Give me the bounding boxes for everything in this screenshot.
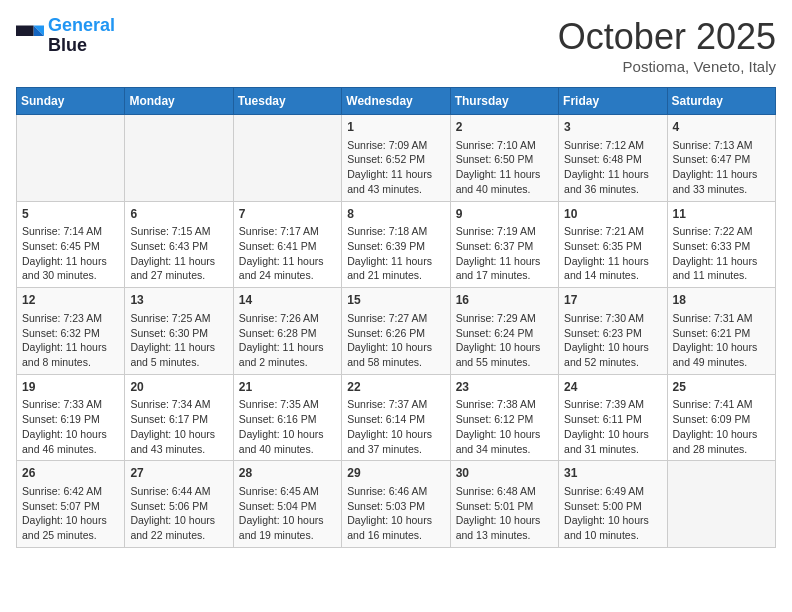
calendar-cell: 20Sunrise: 7:34 AMSunset: 6:17 PMDayligh… xyxy=(125,374,233,461)
day-info: Daylight: 10 hours and 37 minutes. xyxy=(347,427,444,456)
day-info: Sunset: 6:14 PM xyxy=(347,412,444,427)
day-info: Sunrise: 6:42 AM xyxy=(22,484,119,499)
day-number: 10 xyxy=(564,206,661,223)
day-info: Daylight: 11 hours and 36 minutes. xyxy=(564,167,661,196)
day-info: Sunset: 6:41 PM xyxy=(239,239,336,254)
dow-header: Saturday xyxy=(667,88,775,115)
day-info: Sunrise: 7:13 AM xyxy=(673,138,770,153)
day-info: Sunrise: 7:18 AM xyxy=(347,224,444,239)
calendar-cell: 11Sunrise: 7:22 AMSunset: 6:33 PMDayligh… xyxy=(667,201,775,288)
day-info: Sunset: 6:50 PM xyxy=(456,152,553,167)
day-info: Daylight: 10 hours and 19 minutes. xyxy=(239,513,336,542)
calendar-cell: 6Sunrise: 7:15 AMSunset: 6:43 PMDaylight… xyxy=(125,201,233,288)
day-info: Sunrise: 7:15 AM xyxy=(130,224,227,239)
day-number: 26 xyxy=(22,465,119,482)
day-info: Daylight: 10 hours and 40 minutes. xyxy=(239,427,336,456)
day-info: Sunrise: 7:37 AM xyxy=(347,397,444,412)
day-info: Sunrise: 7:25 AM xyxy=(130,311,227,326)
calendar-cell: 1Sunrise: 7:09 AMSunset: 6:52 PMDaylight… xyxy=(342,115,450,202)
dow-header: Monday xyxy=(125,88,233,115)
calendar-cell: 9Sunrise: 7:19 AMSunset: 6:37 PMDaylight… xyxy=(450,201,558,288)
day-info: Sunset: 5:04 PM xyxy=(239,499,336,514)
day-info: Sunset: 6:48 PM xyxy=(564,152,661,167)
location-subtitle: Postioma, Veneto, Italy xyxy=(558,58,776,75)
day-info: Daylight: 10 hours and 31 minutes. xyxy=(564,427,661,456)
day-number: 22 xyxy=(347,379,444,396)
logo: General Blue xyxy=(16,16,115,56)
day-info: Sunrise: 7:38 AM xyxy=(456,397,553,412)
day-info: Sunset: 6:24 PM xyxy=(456,326,553,341)
calendar-week-row: 26Sunrise: 6:42 AMSunset: 5:07 PMDayligh… xyxy=(17,461,776,548)
dow-header: Friday xyxy=(559,88,667,115)
day-number: 25 xyxy=(673,379,770,396)
day-info: Sunset: 6:19 PM xyxy=(22,412,119,427)
day-info: Sunrise: 7:33 AM xyxy=(22,397,119,412)
day-info: Daylight: 11 hours and 8 minutes. xyxy=(22,340,119,369)
day-info: Sunrise: 7:09 AM xyxy=(347,138,444,153)
day-info: Daylight: 10 hours and 13 minutes. xyxy=(456,513,553,542)
day-number: 4 xyxy=(673,119,770,136)
day-number: 9 xyxy=(456,206,553,223)
day-number: 17 xyxy=(564,292,661,309)
day-info: Daylight: 10 hours and 52 minutes. xyxy=(564,340,661,369)
day-info: Sunset: 5:06 PM xyxy=(130,499,227,514)
day-info: Daylight: 10 hours and 16 minutes. xyxy=(347,513,444,542)
day-info: Sunrise: 6:45 AM xyxy=(239,484,336,499)
day-number: 15 xyxy=(347,292,444,309)
calendar-cell: 23Sunrise: 7:38 AMSunset: 6:12 PMDayligh… xyxy=(450,374,558,461)
day-info: Sunset: 6:37 PM xyxy=(456,239,553,254)
calendar-cell: 25Sunrise: 7:41 AMSunset: 6:09 PMDayligh… xyxy=(667,374,775,461)
calendar-week-row: 19Sunrise: 7:33 AMSunset: 6:19 PMDayligh… xyxy=(17,374,776,461)
dow-header: Tuesday xyxy=(233,88,341,115)
day-info: Sunset: 6:32 PM xyxy=(22,326,119,341)
calendar-cell: 30Sunrise: 6:48 AMSunset: 5:01 PMDayligh… xyxy=(450,461,558,548)
day-info: Sunset: 6:16 PM xyxy=(239,412,336,427)
calendar-cell: 16Sunrise: 7:29 AMSunset: 6:24 PMDayligh… xyxy=(450,288,558,375)
day-info: Sunset: 6:12 PM xyxy=(456,412,553,427)
calendar-cell: 13Sunrise: 7:25 AMSunset: 6:30 PMDayligh… xyxy=(125,288,233,375)
calendar-cell xyxy=(125,115,233,202)
day-info: Daylight: 11 hours and 21 minutes. xyxy=(347,254,444,283)
day-info: Sunset: 6:30 PM xyxy=(130,326,227,341)
day-number: 8 xyxy=(347,206,444,223)
day-info: Daylight: 11 hours and 17 minutes. xyxy=(456,254,553,283)
calendar-cell xyxy=(17,115,125,202)
day-info: Sunset: 6:35 PM xyxy=(564,239,661,254)
calendar-cell: 26Sunrise: 6:42 AMSunset: 5:07 PMDayligh… xyxy=(17,461,125,548)
day-info: Daylight: 11 hours and 14 minutes. xyxy=(564,254,661,283)
day-info: Sunrise: 7:23 AM xyxy=(22,311,119,326)
day-number: 31 xyxy=(564,465,661,482)
day-number: 7 xyxy=(239,206,336,223)
day-info: Sunset: 6:17 PM xyxy=(130,412,227,427)
day-info: Daylight: 11 hours and 43 minutes. xyxy=(347,167,444,196)
day-info: Daylight: 10 hours and 22 minutes. xyxy=(130,513,227,542)
day-info: Sunset: 6:47 PM xyxy=(673,152,770,167)
calendar-cell: 29Sunrise: 6:46 AMSunset: 5:03 PMDayligh… xyxy=(342,461,450,548)
day-info: Sunrise: 7:26 AM xyxy=(239,311,336,326)
day-info: Sunset: 5:00 PM xyxy=(564,499,661,514)
day-info: Sunset: 6:26 PM xyxy=(347,326,444,341)
day-number: 27 xyxy=(130,465,227,482)
day-info: Sunrise: 6:48 AM xyxy=(456,484,553,499)
day-info: Sunrise: 7:17 AM xyxy=(239,224,336,239)
day-info: Daylight: 11 hours and 40 minutes. xyxy=(456,167,553,196)
calendar-cell: 27Sunrise: 6:44 AMSunset: 5:06 PMDayligh… xyxy=(125,461,233,548)
calendar-week-row: 5Sunrise: 7:14 AMSunset: 6:45 PMDaylight… xyxy=(17,201,776,288)
calendar-cell: 19Sunrise: 7:33 AMSunset: 6:19 PMDayligh… xyxy=(17,374,125,461)
calendar-cell: 3Sunrise: 7:12 AMSunset: 6:48 PMDaylight… xyxy=(559,115,667,202)
day-info: Daylight: 10 hours and 43 minutes. xyxy=(130,427,227,456)
day-info: Daylight: 10 hours and 25 minutes. xyxy=(22,513,119,542)
day-info: Daylight: 11 hours and 24 minutes. xyxy=(239,254,336,283)
day-number: 30 xyxy=(456,465,553,482)
calendar-cell: 18Sunrise: 7:31 AMSunset: 6:21 PMDayligh… xyxy=(667,288,775,375)
day-number: 21 xyxy=(239,379,336,396)
day-info: Sunset: 6:28 PM xyxy=(239,326,336,341)
day-number: 28 xyxy=(239,465,336,482)
day-info: Daylight: 10 hours and 46 minutes. xyxy=(22,427,119,456)
day-info: Sunrise: 7:29 AM xyxy=(456,311,553,326)
day-info: Sunset: 6:45 PM xyxy=(22,239,119,254)
day-info: Sunrise: 7:10 AM xyxy=(456,138,553,153)
day-info: Sunset: 5:03 PM xyxy=(347,499,444,514)
calendar-cell: 17Sunrise: 7:30 AMSunset: 6:23 PMDayligh… xyxy=(559,288,667,375)
day-info: Sunset: 6:52 PM xyxy=(347,152,444,167)
